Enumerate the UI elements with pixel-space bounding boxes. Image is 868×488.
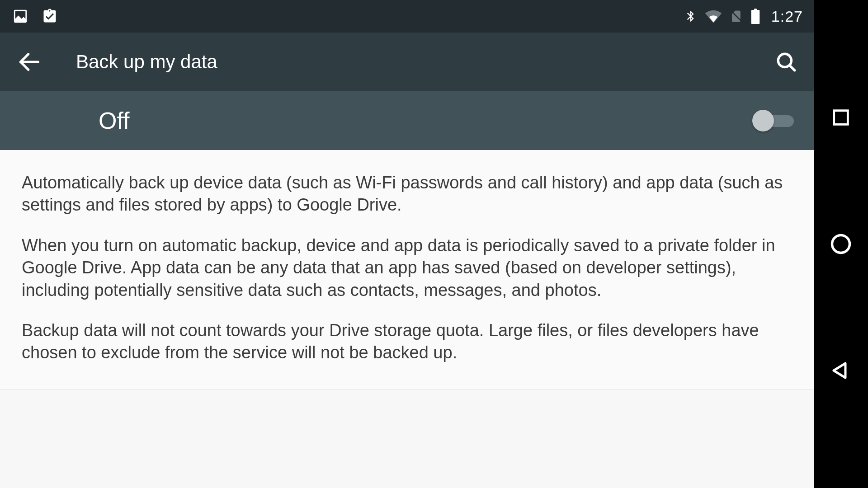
switch-thumb [752, 110, 774, 131]
home-button[interactable] [829, 232, 853, 256]
svg-rect-2 [751, 10, 760, 24]
master-toggle-row[interactable]: Off [0, 91, 814, 150]
recent-apps-button[interactable] [829, 105, 853, 130]
svg-marker-9 [834, 363, 845, 378]
no-sim-icon [730, 9, 743, 24]
svg-line-6 [789, 65, 794, 70]
assignment-done-notification-icon [42, 8, 58, 24]
empty-area [0, 390, 814, 488]
status-bar: 1:27 [0, 0, 814, 33]
status-clock: 1:27 [771, 8, 803, 25]
wifi-icon [704, 9, 722, 24]
action-bar: Back up my data [0, 33, 814, 91]
page-title: Back up my data [76, 51, 740, 73]
back-button[interactable] [16, 49, 42, 75]
description-paragraph: Automatically back up device data (such … [22, 172, 792, 216]
description-paragraph: When you turn on automatic backup, devic… [22, 235, 792, 301]
svg-rect-3 [754, 9, 757, 11]
svg-point-8 [832, 235, 850, 253]
search-button[interactable] [773, 49, 799, 75]
battery-icon [750, 9, 760, 24]
navigation-bar [814, 0, 868, 488]
description-block: Automatically back up device data (such … [0, 150, 814, 390]
description-paragraph: Backup data will not count towards your … [22, 319, 792, 364]
bluetooth-icon [684, 9, 697, 24]
backup-switch[interactable] [752, 111, 794, 131]
toggle-state-label: Off [99, 107, 752, 134]
svg-rect-7 [834, 111, 848, 125]
picture-notification-icon [13, 9, 28, 24]
nav-back-button[interactable] [829, 358, 853, 383]
